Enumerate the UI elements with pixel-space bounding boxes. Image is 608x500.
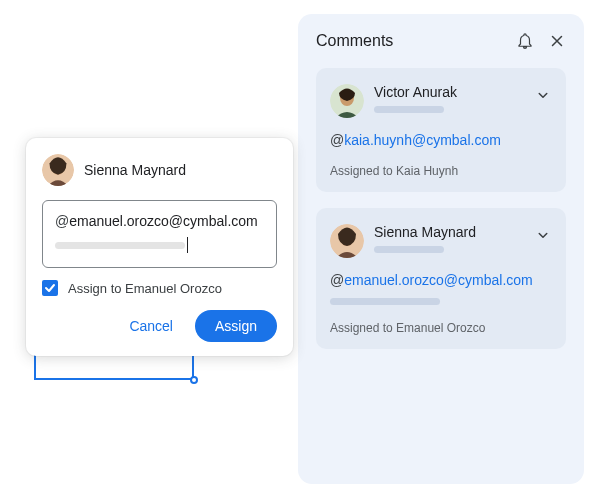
comments-header: Comments <box>316 32 566 50</box>
at-symbol: @ <box>330 272 344 288</box>
cell-selection-indicator <box>34 352 194 380</box>
comment-input-text: @emanuel.orozco@cymbal.com <box>55 213 264 229</box>
cancel-button[interactable]: Cancel <box>115 310 187 342</box>
dialog-header: Sienna Maynard <box>42 154 277 186</box>
avatar <box>42 154 74 186</box>
comment-mention: @emanuel.orozco@cymbal.com <box>330 272 552 288</box>
comment-author: Victor Anurak <box>374 84 534 100</box>
close-icon[interactable] <box>548 32 566 50</box>
assign-button[interactable]: Assign <box>195 310 277 342</box>
bell-icon[interactable] <box>516 32 534 50</box>
text-placeholder-line <box>55 242 185 249</box>
at-symbol: @ <box>330 132 344 148</box>
at-symbol: @ <box>55 213 69 229</box>
comment-card[interactable]: Victor Anurak @kaia.huynh@cymbal.com Ass… <box>316 68 566 192</box>
comments-title: Comments <box>316 32 502 50</box>
comment-input[interactable]: @emanuel.orozco@cymbal.com <box>42 200 277 268</box>
avatar <box>330 84 364 118</box>
assign-checkbox[interactable] <box>42 280 58 296</box>
text-placeholder-line <box>330 298 440 305</box>
assigned-to-text: Assigned to Kaia Huynh <box>330 164 552 178</box>
timestamp-placeholder <box>374 106 444 113</box>
assign-checkbox-label: Assign to Emanuel Orozco <box>68 281 222 296</box>
assign-checkbox-row[interactable]: Assign to Emanuel Orozco <box>42 280 277 296</box>
comment-header: Victor Anurak <box>330 84 552 118</box>
text-cursor <box>187 237 188 253</box>
dialog-actions: Cancel Assign <box>42 310 277 342</box>
comment-meta: Victor Anurak <box>374 84 534 113</box>
check-icon <box>44 282 56 294</box>
comments-panel: Comments Victor Anurak @kaia.huynh@cymba… <box>298 14 584 484</box>
mention-email[interactable]: kaia.huynh@cymbal.com <box>344 132 501 148</box>
dialog-author-name: Sienna Maynard <box>84 162 186 178</box>
input-line-2 <box>55 237 264 253</box>
mention-email: emanuel.orozco@cymbal.com <box>69 213 258 229</box>
avatar <box>330 224 364 258</box>
mention-email[interactable]: emanuel.orozco@cymbal.com <box>344 272 533 288</box>
comment-card[interactable]: Sienna Maynard @emanuel.orozco@cymbal.co… <box>316 208 566 349</box>
selection-handle[interactable] <box>190 376 198 384</box>
comment-meta: Sienna Maynard <box>374 224 534 253</box>
comment-mention: @kaia.huynh@cymbal.com <box>330 132 552 148</box>
comment-header: Sienna Maynard <box>330 224 552 258</box>
chevron-down-icon[interactable] <box>534 86 552 104</box>
timestamp-placeholder <box>374 246 444 253</box>
assign-dialog: Sienna Maynard @emanuel.orozco@cymbal.co… <box>26 138 293 356</box>
assigned-to-text: Assigned to Emanuel Orozco <box>330 321 552 335</box>
chevron-down-icon[interactable] <box>534 226 552 244</box>
comment-author: Sienna Maynard <box>374 224 534 240</box>
